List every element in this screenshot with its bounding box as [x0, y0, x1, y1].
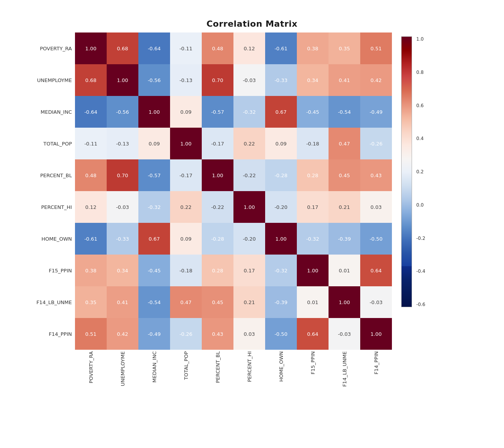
- x-label-wrapper: F14_LB_UNME: [329, 351, 360, 398]
- colorbar-wrapper: 1.00.80.60.40.20.0-0.2-0.4-0.6: [401, 36, 425, 307]
- matrix-cell: 0.01: [329, 255, 360, 286]
- matrix-cell: 0.35: [329, 32, 360, 64]
- matrix-cell: -0.32: [297, 223, 329, 255]
- matrix-cell: -0.32: [265, 255, 297, 286]
- matrix-cell: 0.67: [265, 96, 297, 128]
- matrix-cell: 0.48: [75, 159, 107, 191]
- y-label: HOME_OWN: [28, 223, 74, 255]
- matrix-cell: -0.33: [265, 64, 297, 96]
- y-labels: POVERTY_RAUNEMPLOYMEMEDIAN_INCTOTAL_POPP…: [28, 32, 74, 350]
- matrix-cell: -0.32: [138, 191, 170, 223]
- matrix-cell: 0.48: [202, 32, 233, 64]
- matrix-cell: -0.20: [265, 191, 297, 223]
- colorbar-tick-label: 0.2: [416, 169, 425, 174]
- matrix-cell: -0.18: [297, 128, 329, 159]
- y-label: UNEMPLOYME: [28, 64, 74, 96]
- colorbar-tick-label: 0.4: [416, 136, 425, 141]
- colorbar-tick-label: -0.6: [416, 302, 425, 307]
- matrix-cell: 1.00: [297, 255, 329, 286]
- matrix-cell: 0.03: [360, 191, 392, 223]
- y-label: MEDIAN_INC: [28, 96, 74, 128]
- matrix-cell: 1.00: [265, 223, 297, 255]
- matrix-cell: -0.49: [360, 96, 392, 128]
- grid-and-x: 1.000.68-0.64-0.110.480.12-0.610.380.350…: [75, 32, 392, 398]
- matrix-cell: 0.51: [360, 32, 392, 64]
- matrix-cell: -0.61: [265, 32, 297, 64]
- matrix-cell: 0.34: [107, 255, 138, 286]
- matrix-cell: -0.03: [360, 286, 392, 318]
- y-label: F14_LB_UNME: [28, 286, 74, 318]
- matrix-cell: 0.64: [360, 255, 392, 286]
- matrix-cell: -0.13: [170, 64, 202, 96]
- matrix-cell: 0.68: [107, 32, 138, 64]
- matrix-cell: 0.45: [202, 286, 233, 318]
- matrix-cell: -0.17: [170, 159, 202, 191]
- x-label-wrapper: F14_PPIN: [360, 351, 392, 398]
- matrix-cell: -0.49: [138, 318, 170, 350]
- colorbar-ticks: 1.00.80.60.40.20.0-0.2-0.4-0.6: [414, 36, 425, 307]
- x-label: PERCENT_HI: [247, 351, 252, 382]
- x-label-wrapper: F15_PPIN: [297, 351, 329, 398]
- matrix-cell: -0.57: [138, 159, 170, 191]
- x-label-wrapper: PERCENT_BL: [202, 351, 233, 398]
- matrix-cell: 0.12: [75, 191, 107, 223]
- colorbar-tick-label: 0.8: [416, 70, 425, 75]
- matrix-cell: 0.51: [75, 318, 107, 350]
- colorbar-tick-label: 0.6: [416, 103, 425, 108]
- matrix-cell: 0.17: [233, 255, 265, 286]
- colorbar-tick-label: 0.0: [416, 202, 425, 208]
- matrix-cell: 0.47: [329, 128, 360, 159]
- matrix-cell: 0.34: [297, 64, 329, 96]
- x-label: TOTAL_POP: [183, 351, 189, 380]
- x-label: MEDIAN_INC: [152, 351, 157, 383]
- matrix-cell: -0.11: [75, 128, 107, 159]
- y-label: F14_PPIN: [28, 318, 74, 350]
- matrix-cell: 0.70: [107, 159, 138, 191]
- matrix-cell: 0.43: [360, 159, 392, 191]
- colorbar-tick-label: -0.2: [416, 236, 425, 241]
- x-label-wrapper: UNEMPLOYME: [107, 351, 138, 398]
- x-label: F14_LB_UNME: [342, 351, 347, 387]
- y-label: F15_PPIN: [28, 255, 74, 286]
- matrix-cell: -0.39: [329, 223, 360, 255]
- matrix-cell: 0.70: [202, 64, 233, 96]
- matrix-cell: -0.11: [170, 32, 202, 64]
- matrix-cell: 0.38: [297, 32, 329, 64]
- matrix-cell: 0.45: [329, 159, 360, 191]
- x-label: HOME_OWN: [278, 351, 284, 382]
- x-label: PERCENT_BL: [215, 351, 221, 383]
- chart-body: POVERTY_RAUNEMPLOYMEMEDIAN_INCTOTAL_POPP…: [28, 32, 476, 398]
- matrix-cell: -0.64: [138, 32, 170, 64]
- matrix-cell: 1.00: [202, 159, 233, 191]
- matrix-cell: -0.45: [138, 255, 170, 286]
- matrix-cell: 0.68: [75, 64, 107, 96]
- x-label-wrapper: POVERTY_RA: [75, 351, 107, 398]
- matrix-cell: -0.32: [233, 96, 265, 128]
- colorbar-container: 1.00.80.60.40.20.0-0.2-0.4-0.6: [401, 32, 425, 307]
- matrix-cell: 1.00: [170, 128, 202, 159]
- matrix-cell: -0.03: [233, 64, 265, 96]
- matrix-cell: 0.67: [138, 223, 170, 255]
- matrix-cell: 1.00: [329, 286, 360, 318]
- matrix-cell: 0.64: [297, 318, 329, 350]
- matrix-cell: -0.28: [202, 223, 233, 255]
- matrix-cell: -0.03: [329, 318, 360, 350]
- matrix-cell: -0.61: [75, 223, 107, 255]
- matrix-cell: -0.28: [265, 159, 297, 191]
- x-label: F14_PPIN: [373, 351, 379, 374]
- matrix-cell: -0.22: [202, 191, 233, 223]
- matrix-cell: -0.17: [202, 128, 233, 159]
- x-label: UNEMPLOYME: [120, 351, 126, 386]
- matrix-cell: -0.39: [265, 286, 297, 318]
- matrix-cell: -0.18: [170, 255, 202, 286]
- matrix-cell: 1.00: [360, 318, 392, 350]
- matrix-cell: -0.56: [107, 96, 138, 128]
- matrix-cell: 0.41: [107, 286, 138, 318]
- matrix-cell: -0.50: [360, 223, 392, 255]
- matrix-cell: -0.45: [297, 96, 329, 128]
- matrix-cell: 1.00: [107, 64, 138, 96]
- x-label-wrapper: MEDIAN_INC: [138, 351, 170, 398]
- y-label: PERCENT_BL: [28, 159, 74, 191]
- matrix-cell: 0.12: [233, 32, 265, 64]
- matrix-cell: 0.41: [329, 64, 360, 96]
